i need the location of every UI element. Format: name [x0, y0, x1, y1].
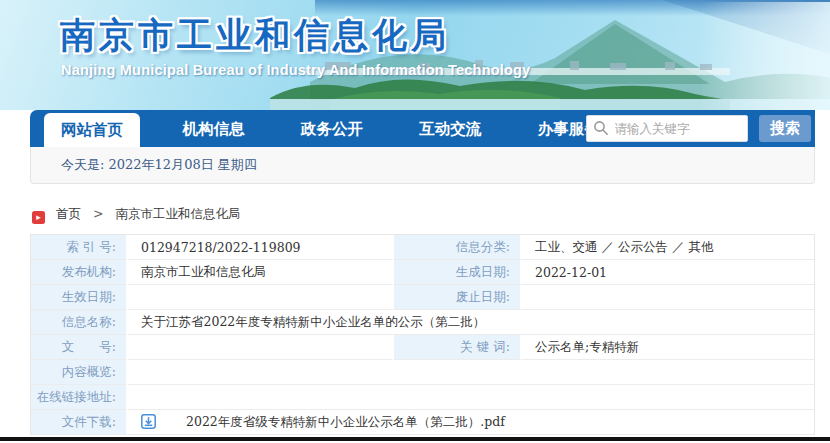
field-label-info-name: 信息名称:: [31, 310, 128, 335]
table-row: 文件下载: 2022年度省级专精特新中小企业公示名单（第二批）.pdf: [31, 410, 814, 435]
field-label-overview: 内容概览:: [31, 360, 128, 385]
field-value-download: 2022年度省级专精特新中小企业公示名单（第二批）.pdf: [128, 410, 814, 435]
field-value-overview: [128, 360, 814, 385]
field-value-gen-date: 2022-12-01: [522, 260, 814, 285]
search-area: 搜索: [586, 115, 811, 142]
download-icon[interactable]: [141, 414, 156, 429]
date-bar: 今天是: 2022年12月08日 星期四: [30, 147, 815, 184]
info-table: 索 引 号: 012947218/2022-119809 信息分类: 工业、交通…: [30, 234, 815, 435]
field-label-gen-date: 生成日期:: [394, 260, 522, 285]
table-row: 生效日期: 废止日期:: [31, 285, 814, 310]
media-badge-icon: ▸: [32, 211, 45, 224]
search-icon: [593, 120, 609, 136]
field-label-index-no: 索 引 号:: [31, 235, 128, 260]
field-value-info-class: 工业、交通 ／ 公示公告 ／ 其他: [522, 235, 814, 260]
field-label-doc-no: 文 号:: [31, 335, 128, 360]
site-subtitle: Nanjing Municipal Bureau of Industry And…: [61, 62, 530, 78]
window-bottom-edge: [0, 437, 830, 441]
field-label-info-class: 信息分类:: [394, 235, 522, 260]
breadcrumb: ▸ 首页 > 南京市工业和信息化局: [32, 206, 815, 224]
field-value-doc-no: [128, 335, 394, 360]
field-value-effective-date: [128, 285, 394, 310]
field-value-online-link: [128, 385, 814, 410]
table-row: 索 引 号: 012947218/2022-119809 信息分类: 工业、交通…: [31, 235, 814, 260]
table-row: 内容概览:: [31, 360, 814, 385]
nav-tabs: 网站首页 机构信息 政务公开 互动交流 办事服务: [44, 110, 638, 147]
breadcrumb-separator: >: [93, 206, 103, 221]
field-label-online-link: 在线链接地址:: [31, 385, 128, 410]
tab-home[interactable]: 网站首页: [44, 113, 140, 147]
table-row: 在线链接地址:: [31, 385, 814, 410]
tab-interaction[interactable]: 互动交流: [405, 110, 495, 147]
field-value-info-name: 关于江苏省2022年度专精特新中小企业名单的公示（第二批）: [128, 310, 814, 335]
field-label-publisher: 发布机构:: [31, 260, 128, 285]
search-button[interactable]: 搜索: [759, 115, 811, 142]
site-header: 南京市工业和信息化局 Nanjing Municipal Bureau of I…: [0, 0, 830, 110]
field-label-effective-date: 生效日期:: [31, 285, 128, 310]
site-title: 南京市工业和信息化局: [60, 12, 450, 59]
page: 南京市工业和信息化局 Nanjing Municipal Bureau of I…: [0, 0, 830, 443]
field-label-keywords: 关 键 词:: [394, 335, 522, 360]
field-label-download: 文件下载:: [31, 410, 128, 435]
field-value-keywords: 公示名单;专精特新: [522, 335, 814, 360]
main-nav: 网站首页 机构信息 政务公开 互动交流 办事服务 搜索: [30, 110, 815, 147]
search-input[interactable]: [586, 115, 748, 142]
breadcrumb-home[interactable]: 首页: [56, 206, 81, 221]
download-file-link[interactable]: 2022年度省级专精特新中小企业公示名单（第二批）.pdf: [186, 414, 505, 429]
table-row: 文 号: 关 键 词: 公示名单;专精特新: [31, 335, 814, 360]
table-row: 发布机构: 南京市工业和信息化局 生成日期: 2022-12-01: [31, 260, 814, 285]
field-value-publisher: 南京市工业和信息化局: [128, 260, 394, 285]
field-value-index-no: 012947218/2022-119809: [128, 235, 394, 260]
table-row: 信息名称: 关于江苏省2022年度专精特新中小企业名单的公示（第二批）: [31, 310, 814, 335]
breadcrumb-current[interactable]: 南京市工业和信息化局: [115, 206, 240, 221]
tab-gov-affairs[interactable]: 政务公开: [287, 110, 377, 147]
field-value-abolish-date: [522, 285, 814, 310]
tab-org-info[interactable]: 机构信息: [168, 110, 258, 147]
field-label-abolish-date: 废止日期:: [394, 285, 522, 310]
